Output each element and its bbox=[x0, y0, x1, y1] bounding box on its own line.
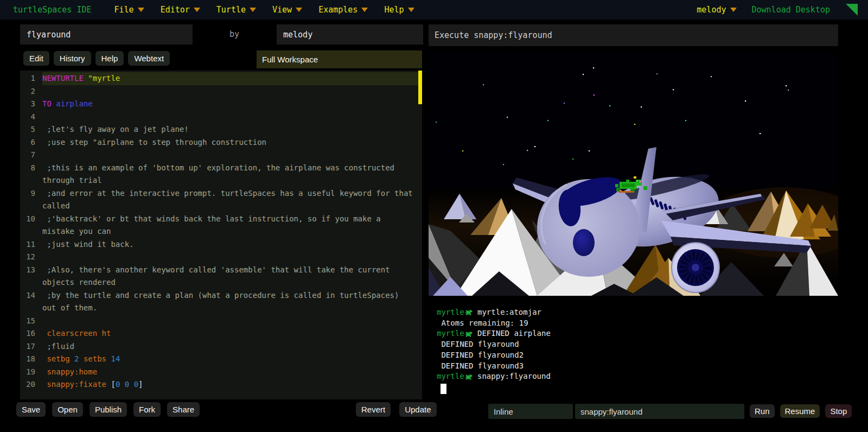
stop-button[interactable]: Stop bbox=[825, 404, 852, 418]
revision-actions: RevertUpdate bbox=[356, 402, 437, 417]
code-line[interactable]: 11 ;just wind it back. bbox=[20, 238, 422, 251]
line-number: 1 bbox=[20, 72, 42, 85]
file-actions: SaveOpenPublishForkShare bbox=[16, 402, 200, 417]
code-line[interactable]: 19 snappy:home bbox=[20, 366, 422, 379]
update-button[interactable]: Update bbox=[399, 402, 436, 417]
turtle-icon bbox=[465, 373, 473, 380]
code-editor[interactable]: 1NEWTURTLE "myrtle23TO airplane45 ;let's… bbox=[20, 71, 422, 399]
code-line[interactable]: 16 clearscreen ht bbox=[20, 327, 422, 340]
chevron-down-icon bbox=[194, 8, 200, 12]
app-title: turtleSpaces IDE bbox=[13, 5, 92, 15]
turtle-icon bbox=[465, 309, 473, 316]
line-number: 4 bbox=[20, 111, 42, 124]
execute-header: Execute snappy:flyaround bbox=[429, 24, 838, 46]
scene-3d bbox=[429, 52, 838, 296]
workspace-select-value: Full Workspace bbox=[262, 55, 318, 64]
editor-scrollbar[interactable] bbox=[418, 71, 422, 104]
render-viewport[interactable] bbox=[429, 52, 838, 296]
resume-button[interactable]: Resume bbox=[780, 404, 820, 418]
tab-help[interactable]: Help bbox=[95, 51, 124, 66]
console-line: myrtle DEFINED airplane bbox=[437, 328, 838, 339]
chevron-down-icon bbox=[361, 8, 368, 12]
run-button[interactable]: Run bbox=[750, 404, 775, 418]
line-number: 6 bbox=[20, 136, 42, 149]
line-number: 7 bbox=[20, 149, 42, 162]
line-number: 19 bbox=[20, 366, 42, 379]
menu-bar: turtleSpaces IDE FileEditorTurtleViewExa… bbox=[0, 0, 868, 20]
chevron-down-icon bbox=[296, 8, 302, 12]
code-line[interactable]: 8 ;this is an example of 'bottom up' exp… bbox=[20, 162, 422, 187]
chevron-down-icon bbox=[408, 8, 414, 12]
download-desktop-link[interactable]: Download Desktop bbox=[752, 5, 831, 15]
code-line[interactable]: 1NEWTURTLE "myrtle bbox=[20, 72, 422, 85]
console-line: DEFINED flyaround2 bbox=[437, 350, 838, 361]
author-input[interactable] bbox=[277, 24, 423, 45]
menu-bar-right: melody Download Desktop bbox=[697, 3, 858, 16]
menu-view[interactable]: View bbox=[272, 5, 302, 15]
console-cursor bbox=[441, 384, 446, 394]
mode-select[interactable]: Inline bbox=[488, 404, 573, 419]
code-line[interactable]: 12 bbox=[20, 251, 422, 264]
nose-dome bbox=[573, 229, 595, 256]
code-line[interactable]: 14 ;by the turtle and create a plan (wha… bbox=[20, 289, 422, 315]
menu-examples[interactable]: Examples bbox=[318, 5, 368, 15]
code-line[interactable]: 13 ;Also, there's another keyword called… bbox=[20, 264, 422, 289]
line-number: 13 bbox=[20, 264, 42, 289]
line-number: 20 bbox=[20, 378, 42, 391]
code-line[interactable]: 20 snappy:fixate [0 0 0] bbox=[20, 378, 422, 391]
execute-header-text: Execute snappy:flyaround bbox=[435, 30, 552, 40]
tab-history[interactable]: History bbox=[54, 51, 91, 66]
line-number: 12 bbox=[20, 251, 42, 264]
revert-button[interactable]: Revert bbox=[356, 402, 391, 417]
line-number: 10 bbox=[20, 213, 42, 238]
tab-webtext[interactable]: Webtext bbox=[128, 51, 170, 66]
user-menu-label: melody bbox=[697, 5, 726, 15]
chevron-down-icon bbox=[730, 8, 737, 12]
code-line[interactable]: 4 bbox=[20, 111, 422, 124]
code-line[interactable]: 17 ;fluid bbox=[20, 340, 422, 353]
share-button[interactable]: Share bbox=[167, 402, 200, 417]
menu-editor[interactable]: Editor bbox=[161, 5, 200, 15]
menu-help[interactable]: Help bbox=[384, 5, 414, 15]
code-line[interactable]: 9 ;and error at the interactive prompt. … bbox=[20, 187, 422, 213]
line-number: 11 bbox=[20, 238, 42, 251]
user-menu[interactable]: melody bbox=[697, 5, 736, 15]
line-number: 8 bbox=[20, 162, 42, 187]
code-line[interactable]: 15 bbox=[20, 315, 422, 328]
line-number: 2 bbox=[20, 85, 42, 98]
right-engine bbox=[672, 243, 719, 293]
open-button[interactable]: Open bbox=[52, 402, 83, 417]
workspace-select[interactable]: Full Workspace bbox=[257, 50, 422, 68]
line-number: 16 bbox=[20, 327, 42, 340]
fork-button[interactable]: Fork bbox=[133, 402, 161, 417]
console-line: Atoms remaining: 19 bbox=[437, 318, 838, 329]
menu-items: FileEditorTurtleViewExamplesHelp bbox=[114, 5, 414, 15]
code-line[interactable]: 7 bbox=[20, 149, 422, 162]
chevron-down-icon bbox=[138, 8, 144, 12]
editor-tabs: EditHistoryHelpWebtext bbox=[23, 51, 170, 66]
menu-turtle[interactable]: Turtle bbox=[216, 5, 256, 15]
line-number: 14 bbox=[20, 289, 42, 315]
menu-file[interactable]: File bbox=[114, 5, 144, 15]
line-number: 9 bbox=[20, 187, 42, 213]
run-controls: Inline Run Resume Stop bbox=[488, 404, 573, 419]
line-number: 3 bbox=[20, 98, 42, 111]
code-line[interactable]: 2 bbox=[20, 85, 422, 98]
project-name-input[interactable] bbox=[20, 24, 193, 45]
tab-edit[interactable]: Edit bbox=[23, 51, 49, 66]
by-label: by bbox=[229, 29, 239, 39]
publish-button[interactable]: Publish bbox=[90, 402, 127, 417]
command-input[interactable] bbox=[575, 404, 744, 419]
turtle-icon bbox=[465, 331, 473, 338]
console-line: myrtle snappy:flyaround bbox=[437, 371, 838, 382]
save-button[interactable]: Save bbox=[16, 402, 46, 417]
code-line[interactable]: 10 ;'backtrack' or bt that winds back th… bbox=[20, 213, 422, 238]
corner-flag-icon bbox=[845, 3, 858, 16]
code-line[interactable]: 6 ;use step "airplane to step through co… bbox=[20, 136, 422, 149]
line-number: 15 bbox=[20, 315, 42, 328]
code-line[interactable]: 3TO airplane bbox=[20, 98, 422, 111]
code-line[interactable]: 5 ;let's fly away on a jet plane! bbox=[20, 123, 422, 136]
code-line[interactable]: 18 setbg 2 setbs 14 bbox=[20, 353, 422, 366]
line-number: 18 bbox=[20, 353, 42, 366]
line-number: 17 bbox=[20, 340, 42, 353]
